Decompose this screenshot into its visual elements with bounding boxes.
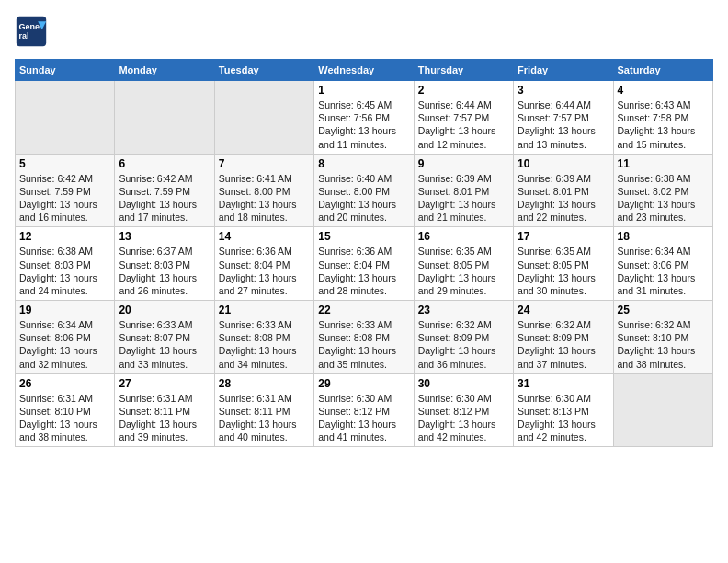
day-number: 14 xyxy=(219,230,310,243)
day-number: 7 xyxy=(219,157,310,170)
day-info: Sunrise: 6:38 AM Sunset: 8:02 PM Dayligh… xyxy=(618,172,709,224)
day-number: 25 xyxy=(618,304,709,316)
day-info: Sunrise: 6:35 AM Sunset: 8:05 PM Dayligh… xyxy=(418,245,509,297)
calendar-cell: 23Sunrise: 6:32 AM Sunset: 8:09 PM Dayli… xyxy=(414,301,513,374)
day-number: 11 xyxy=(618,157,709,170)
calendar-cell: 2Sunrise: 6:44 AM Sunset: 7:57 PM Daylig… xyxy=(414,81,513,155)
calendar-week-row: 19Sunrise: 6:34 AM Sunset: 8:06 PM Dayli… xyxy=(16,301,713,374)
weekday-header: Wednesday xyxy=(314,60,414,81)
day-info: Sunrise: 6:33 AM Sunset: 8:08 PM Dayligh… xyxy=(219,318,310,371)
day-info: Sunrise: 6:43 AM Sunset: 7:58 PM Dayligh… xyxy=(618,98,709,151)
day-number: 24 xyxy=(518,304,609,316)
day-info: Sunrise: 6:31 AM Sunset: 8:11 PM Dayligh… xyxy=(119,392,210,444)
day-info: Sunrise: 6:37 AM Sunset: 8:03 PM Dayligh… xyxy=(119,245,210,297)
day-info: Sunrise: 6:42 AM Sunset: 7:59 PM Dayligh… xyxy=(119,172,210,224)
calendar-cell: 7Sunrise: 6:41 AM Sunset: 8:00 PM Daylig… xyxy=(214,154,313,227)
day-number: 4 xyxy=(618,84,709,97)
calendar-week-row: 1Sunrise: 6:45 AM Sunset: 7:56 PM Daylig… xyxy=(16,81,713,155)
calendar-cell xyxy=(613,373,712,447)
calendar-cell: 15Sunrise: 6:36 AM Sunset: 8:04 PM Dayli… xyxy=(314,227,414,301)
day-info: Sunrise: 6:44 AM Sunset: 7:57 PM Dayligh… xyxy=(418,98,509,151)
day-number: 9 xyxy=(418,157,509,170)
day-info: Sunrise: 6:30 AM Sunset: 8:12 PM Dayligh… xyxy=(418,392,509,444)
calendar-cell: 28Sunrise: 6:31 AM Sunset: 8:11 PM Dayli… xyxy=(214,373,313,447)
calendar-cell: 13Sunrise: 6:37 AM Sunset: 8:03 PM Dayli… xyxy=(115,227,214,301)
day-number: 27 xyxy=(119,377,210,390)
day-number: 17 xyxy=(518,230,609,243)
day-info: Sunrise: 6:31 AM Sunset: 8:11 PM Dayligh… xyxy=(219,392,310,444)
weekday-header: Monday xyxy=(115,60,214,81)
calendar-cell: 10Sunrise: 6:39 AM Sunset: 8:01 PM Dayli… xyxy=(514,154,613,227)
day-number: 21 xyxy=(219,304,310,316)
day-info: Sunrise: 6:38 AM Sunset: 8:03 PM Dayligh… xyxy=(19,245,110,297)
svg-text:ral: ral xyxy=(19,31,29,40)
day-number: 20 xyxy=(119,304,210,316)
calendar-cell: 5Sunrise: 6:42 AM Sunset: 7:59 PM Daylig… xyxy=(16,154,115,227)
day-number: 13 xyxy=(119,230,210,243)
day-number: 12 xyxy=(19,230,110,243)
day-info: Sunrise: 6:36 AM Sunset: 8:04 PM Dayligh… xyxy=(318,245,409,297)
calendar-cell: 1Sunrise: 6:45 AM Sunset: 7:56 PM Daylig… xyxy=(314,81,414,155)
day-number: 15 xyxy=(318,230,409,243)
day-info: Sunrise: 6:35 AM Sunset: 8:05 PM Dayligh… xyxy=(518,245,609,297)
calendar-cell: 4Sunrise: 6:43 AM Sunset: 7:58 PM Daylig… xyxy=(613,81,712,155)
day-number: 2 xyxy=(418,84,509,97)
weekday-header: Tuesday xyxy=(214,60,313,81)
day-number: 1 xyxy=(318,84,409,97)
calendar-cell: 31Sunrise: 6:30 AM Sunset: 8:13 PM Dayli… xyxy=(514,373,613,447)
day-number: 31 xyxy=(518,377,609,390)
calendar-cell xyxy=(214,81,313,155)
calendar-cell: 11Sunrise: 6:38 AM Sunset: 8:02 PM Dayli… xyxy=(613,154,712,227)
calendar-cell xyxy=(115,81,214,155)
logo: Gene ral xyxy=(15,15,51,48)
day-info: Sunrise: 6:30 AM Sunset: 8:13 PM Dayligh… xyxy=(518,392,609,444)
calendar-cell: 30Sunrise: 6:30 AM Sunset: 8:12 PM Dayli… xyxy=(414,373,513,447)
day-number: 30 xyxy=(418,377,509,390)
calendar-cell: 22Sunrise: 6:33 AM Sunset: 8:08 PM Dayli… xyxy=(314,301,414,374)
calendar-week-row: 12Sunrise: 6:38 AM Sunset: 8:03 PM Dayli… xyxy=(16,227,713,301)
day-info: Sunrise: 6:33 AM Sunset: 8:07 PM Dayligh… xyxy=(119,318,210,371)
calendar-cell: 18Sunrise: 6:34 AM Sunset: 8:06 PM Dayli… xyxy=(613,227,712,301)
day-number: 6 xyxy=(119,157,210,170)
calendar-cell: 21Sunrise: 6:33 AM Sunset: 8:08 PM Dayli… xyxy=(214,301,313,374)
day-number: 19 xyxy=(19,304,110,316)
calendar-cell: 14Sunrise: 6:36 AM Sunset: 8:04 PM Dayli… xyxy=(214,227,313,301)
calendar-cell: 27Sunrise: 6:31 AM Sunset: 8:11 PM Dayli… xyxy=(115,373,214,447)
calendar-cell xyxy=(16,81,115,155)
calendar-header-row: SundayMondayTuesdayWednesdayThursdayFrid… xyxy=(16,60,713,81)
page-header: Gene ral xyxy=(15,15,713,48)
day-number: 16 xyxy=(418,230,509,243)
calendar-week-row: 5Sunrise: 6:42 AM Sunset: 7:59 PM Daylig… xyxy=(16,154,713,227)
day-number: 3 xyxy=(518,84,609,97)
day-number: 26 xyxy=(19,377,110,390)
calendar-week-row: 26Sunrise: 6:31 AM Sunset: 8:10 PM Dayli… xyxy=(16,373,713,447)
calendar-cell: 24Sunrise: 6:32 AM Sunset: 8:09 PM Dayli… xyxy=(514,301,613,374)
day-number: 18 xyxy=(618,230,709,243)
weekday-header: Thursday xyxy=(414,60,513,81)
day-info: Sunrise: 6:39 AM Sunset: 8:01 PM Dayligh… xyxy=(418,172,509,224)
day-info: Sunrise: 6:42 AM Sunset: 7:59 PM Dayligh… xyxy=(19,172,110,224)
day-number: 23 xyxy=(418,304,509,316)
calendar-cell: 26Sunrise: 6:31 AM Sunset: 8:10 PM Dayli… xyxy=(16,373,115,447)
calendar-cell: 19Sunrise: 6:34 AM Sunset: 8:06 PM Dayli… xyxy=(16,301,115,374)
weekday-header: Saturday xyxy=(613,60,712,81)
calendar-cell: 17Sunrise: 6:35 AM Sunset: 8:05 PM Dayli… xyxy=(514,227,613,301)
day-info: Sunrise: 6:32 AM Sunset: 8:09 PM Dayligh… xyxy=(518,318,609,371)
svg-text:Gene: Gene xyxy=(19,22,40,31)
calendar-cell: 6Sunrise: 6:42 AM Sunset: 7:59 PM Daylig… xyxy=(115,154,214,227)
day-info: Sunrise: 6:32 AM Sunset: 8:09 PM Dayligh… xyxy=(418,318,509,371)
day-number: 29 xyxy=(318,377,409,390)
day-info: Sunrise: 6:31 AM Sunset: 8:10 PM Dayligh… xyxy=(19,392,110,444)
day-number: 5 xyxy=(19,157,110,170)
calendar-cell: 12Sunrise: 6:38 AM Sunset: 8:03 PM Dayli… xyxy=(16,227,115,301)
logo-icon: Gene ral xyxy=(15,15,48,48)
day-info: Sunrise: 6:32 AM Sunset: 8:10 PM Dayligh… xyxy=(618,318,709,371)
calendar-cell: 16Sunrise: 6:35 AM Sunset: 8:05 PM Dayli… xyxy=(414,227,513,301)
calendar-cell: 9Sunrise: 6:39 AM Sunset: 8:01 PM Daylig… xyxy=(414,154,513,227)
day-info: Sunrise: 6:40 AM Sunset: 8:00 PM Dayligh… xyxy=(318,172,409,224)
calendar-cell: 29Sunrise: 6:30 AM Sunset: 8:12 PM Dayli… xyxy=(314,373,414,447)
day-info: Sunrise: 6:39 AM Sunset: 8:01 PM Dayligh… xyxy=(518,172,609,224)
day-info: Sunrise: 6:41 AM Sunset: 8:00 PM Dayligh… xyxy=(219,172,310,224)
day-info: Sunrise: 6:34 AM Sunset: 8:06 PM Dayligh… xyxy=(19,318,110,371)
calendar-cell: 20Sunrise: 6:33 AM Sunset: 8:07 PM Dayli… xyxy=(115,301,214,374)
